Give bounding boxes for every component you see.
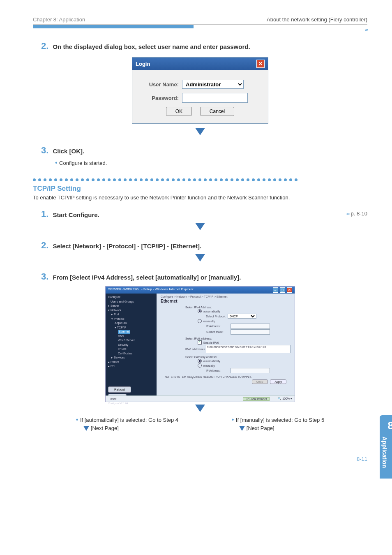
ipv4-manual-radio[interactable] bbox=[198, 319, 202, 323]
sidebar-users[interactable]: Users and Groups bbox=[108, 300, 154, 304]
branch-auto: If [automatically] is selected: Go to St… bbox=[76, 416, 178, 423]
login-title: Login bbox=[136, 61, 150, 67]
step-3a: 3. Click [OK]. bbox=[41, 145, 367, 156]
sidebar-port[interactable]: ▸ Port bbox=[108, 312, 154, 317]
sidebar-printer[interactable]: ▸ Printer bbox=[108, 360, 154, 365]
configure-window: SERVER-BWDK91GL - Setup - Windows Intern… bbox=[105, 286, 295, 402]
sidebar-tcpip[interactable]: ▾ TCP/IP bbox=[108, 326, 154, 330]
select-protocol-label: Select Protocol: bbox=[206, 315, 226, 318]
minimize-icon[interactable]: – bbox=[273, 287, 278, 293]
reboot-button[interactable]: Reboot bbox=[108, 386, 131, 393]
enable-ipv6-label: Enable IPv6 bbox=[203, 341, 219, 344]
ip-label: IP Address: bbox=[206, 325, 231, 328]
sidebar-services[interactable]: ▸ Services bbox=[108, 356, 154, 360]
sidebar-ethernet[interactable]: Ethernet bbox=[108, 330, 154, 334]
apply-button[interactable]: Apply bbox=[270, 379, 286, 384]
config-sidebar: Configure Users and Groups ▸ Server ▾ Ne… bbox=[106, 294, 157, 396]
next-page-auto[interactable]: [Next Page] bbox=[83, 425, 119, 431]
sidebar-network[interactable]: ▾ Network bbox=[108, 308, 154, 313]
undo-button[interactable]: Undo bbox=[252, 379, 268, 384]
svg-marker-1 bbox=[195, 223, 205, 230]
chevrons-decor: ››› bbox=[33, 27, 367, 32]
ipv6-list[interactable]: fe80:0000:0000:0000:02e0:81ff:feb9:ce52/… bbox=[206, 345, 291, 353]
step-3a-sub: Configure is started. bbox=[55, 159, 367, 166]
flow-arrow bbox=[33, 405, 367, 414]
gw-manual-radio[interactable] bbox=[198, 363, 202, 368]
sidebar-configure[interactable]: Configure bbox=[108, 295, 154, 300]
sidebar-security[interactable]: Security bbox=[108, 343, 154, 347]
ip-input[interactable] bbox=[231, 324, 270, 329]
page-reference[interactable]: ›››p. 8-10 bbox=[346, 210, 367, 217]
gw-auto-radio[interactable] bbox=[198, 359, 202, 363]
gw-manual-label: manually bbox=[203, 364, 215, 367]
step-text: Start Configure. bbox=[53, 211, 99, 218]
step-number: 3. bbox=[41, 145, 51, 156]
breadcrumb: Configure > Network > Protocol > TCP/IP … bbox=[161, 295, 291, 298]
sidebar-wins[interactable]: WINS Server bbox=[108, 338, 154, 343]
ipv6-addr-label: IPv6 addresses bbox=[185, 348, 206, 351]
svg-marker-2 bbox=[195, 254, 205, 261]
ipv4-auto-radio[interactable] bbox=[198, 309, 202, 313]
ipv4-manual-label: manually bbox=[203, 320, 215, 323]
username-label: User Name: bbox=[140, 81, 179, 88]
status-done: Done bbox=[110, 398, 117, 400]
branch-options: If [automatically] is selected: Go to St… bbox=[49, 416, 351, 431]
chapter-label: Chapter 8: Application bbox=[33, 16, 85, 23]
sidebar-pdl[interactable]: ▸ PDL bbox=[108, 364, 154, 369]
subnet-input[interactable] bbox=[231, 329, 270, 335]
protocol-select[interactable]: DHCP bbox=[228, 314, 256, 319]
enable-ipv6-check[interactable] bbox=[198, 340, 202, 345]
step-number: 1. bbox=[41, 209, 51, 220]
window-title: SERVER-BWDK91GL - Setup - Windows Intern… bbox=[108, 287, 194, 293]
svg-marker-0 bbox=[195, 128, 205, 135]
svg-marker-4 bbox=[83, 426, 89, 431]
tcpip-heading: TCP/IP Setting bbox=[33, 185, 367, 193]
ipv4-group-label: Select IPv4 Address: bbox=[185, 306, 291, 309]
step-number: 3. bbox=[41, 271, 51, 282]
sidebar-protocol[interactable]: ▾ Protocol bbox=[108, 317, 154, 321]
ipv4-auto-label: automatically bbox=[203, 310, 220, 313]
cancel-button[interactable]: Cancel bbox=[200, 107, 234, 116]
gw-ip-label: IP Address: bbox=[206, 369, 231, 372]
status-zoom[interactable]: 🔍 100% ▾ bbox=[278, 397, 292, 400]
page-number: 8-11 bbox=[33, 456, 367, 462]
username-select[interactable]: Administrator bbox=[182, 80, 244, 89]
section-label: About the network setting (Fiery control… bbox=[267, 16, 367, 23]
password-label: Password: bbox=[140, 95, 179, 101]
login-dialog: Login ✕ User Name: Administrator Passwor… bbox=[132, 57, 268, 124]
sidebar-ipsec[interactable]: IP Sec bbox=[108, 347, 154, 352]
sidebar-dns[interactable]: DNS bbox=[108, 334, 154, 339]
ok-button[interactable]: OK bbox=[166, 107, 192, 116]
next-page-manual[interactable]: [Next Page] bbox=[239, 425, 274, 431]
sidebar-server[interactable]: ▸ Server bbox=[108, 304, 154, 308]
reboot-note: NOTE: SYSTEM REQUIRES REBOOT FOR CHANGES… bbox=[165, 375, 291, 378]
step-2a: 2. On the displayed dialog box, select u… bbox=[41, 41, 367, 51]
step-2b: 2. Select [Network] - [Protocol] - [TCP/… bbox=[41, 240, 367, 251]
chapter-name: Application bbox=[381, 437, 388, 468]
step-text: On the displayed dialog box, select user… bbox=[53, 43, 250, 50]
panel-title: Ethernet bbox=[161, 299, 291, 303]
gw-auto-label: automatically bbox=[203, 360, 220, 363]
chapter-tab: 8 Application bbox=[380, 415, 392, 479]
svg-marker-3 bbox=[195, 405, 205, 412]
gw-ip-input[interactable] bbox=[231, 368, 270, 373]
version-label: Configure V2.1.04 bbox=[108, 402, 154, 405]
flow-arrow bbox=[33, 254, 367, 263]
sidebar-appletalk[interactable]: AppleTalk bbox=[108, 321, 154, 326]
password-input[interactable] bbox=[182, 93, 248, 103]
status-zone: 🛡 Local intranet bbox=[243, 397, 270, 401]
config-main: Configure > Network > Protocol > TCP/IP … bbox=[157, 294, 295, 396]
flow-arrow bbox=[33, 128, 367, 137]
step-text: From [Select IPv4 Address], select [auto… bbox=[53, 274, 241, 281]
sidebar-certificates[interactable]: Certificates bbox=[108, 352, 154, 356]
maximize-icon[interactable]: ▢ bbox=[280, 287, 285, 293]
tcpip-body: To enable TCP/IP setting is necessary to… bbox=[33, 194, 367, 201]
branch-manual: If [manually] is selected: Go to Step 5 bbox=[232, 416, 324, 423]
gateway-group-label: Select Gateway address: bbox=[185, 356, 291, 358]
flow-arrow bbox=[33, 223, 367, 232]
close-icon[interactable]: ✕ bbox=[256, 60, 265, 68]
step-number: 2. bbox=[41, 240, 51, 251]
subnet-label: Subnet Mask: bbox=[206, 331, 231, 333]
close-icon[interactable]: ✕ bbox=[287, 287, 292, 293]
step-3b: 3. From [Select IPv4 Address], select [a… bbox=[41, 271, 367, 282]
